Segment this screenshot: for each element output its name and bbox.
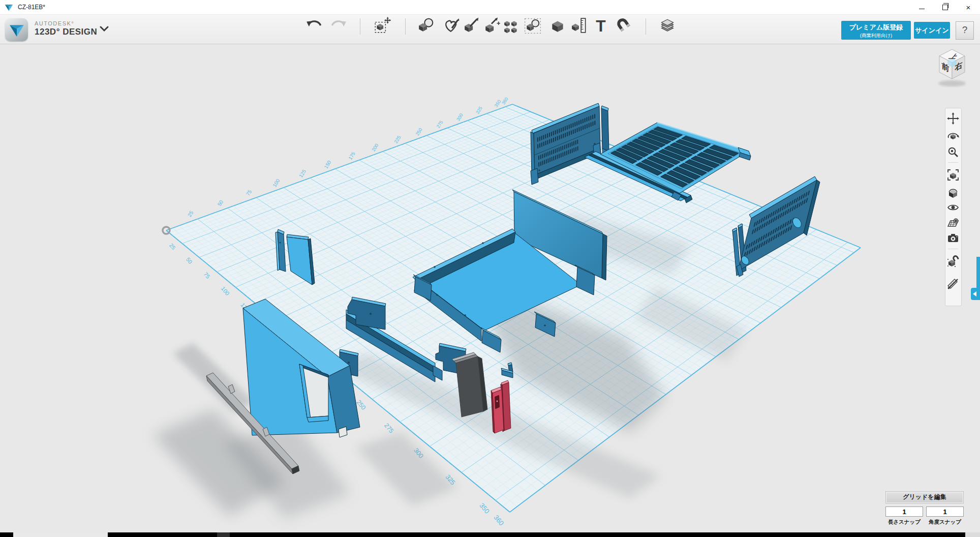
pattern-icon[interactable] <box>503 17 520 34</box>
main-toolbar: AUTODESK° 123D° DESIGN T プレミアム版登録 (商業利用向… <box>0 14 980 44</box>
measure-icon[interactable] <box>571 17 588 34</box>
toolbar-separator <box>405 18 406 35</box>
sign-in-button[interactable]: サインイン <box>914 22 950 39</box>
visibility-icon[interactable] <box>947 201 959 214</box>
snap-settings-icon[interactable] <box>947 255 959 267</box>
close-button[interactable]: × <box>957 0 980 14</box>
screenshot-icon[interactable] <box>947 232 959 244</box>
panel-edge-strip <box>976 257 980 288</box>
length-snap-input[interactable] <box>885 506 923 517</box>
grid-snap-panel: グリッドを編集 長さスナップ 角度スナップ <box>885 491 964 526</box>
premium-register-button[interactable]: プレミアム版登録 (商業利用向け) <box>841 21 911 40</box>
redo-icon[interactable] <box>330 17 347 34</box>
taskbar-tray-segment[interactable] <box>965 532 980 537</box>
viewport-3d[interactable]: 2525505075751001001251251501501751752002… <box>0 0 980 537</box>
group-icon[interactable] <box>524 17 541 34</box>
zoom-icon[interactable] <box>947 146 959 158</box>
length-snap-label: 長さスナップ <box>885 519 923 526</box>
construct-icon[interactable] <box>463 17 480 34</box>
restore-button[interactable] <box>933 0 957 14</box>
os-taskbar[interactable] <box>0 532 980 537</box>
window-title: CZ-81EB* <box>18 4 45 11</box>
restore-icon <box>942 5 948 10</box>
snap-icon[interactable] <box>615 17 632 34</box>
pan-icon[interactable] <box>947 112 959 125</box>
view-cube[interactable]: 上 前 右 <box>931 43 977 90</box>
angle-snap-label: 角度スナップ <box>926 519 964 526</box>
sketch-icon[interactable] <box>443 17 460 34</box>
grid-visibility-icon[interactable] <box>947 217 959 229</box>
measure-tool-icon[interactable] <box>947 277 959 289</box>
taskbar-segment-2[interactable] <box>217 532 230 537</box>
collapse-arrow-icon <box>973 291 976 296</box>
palette-separator <box>948 162 958 163</box>
transform-move-icon[interactable] <box>374 17 391 34</box>
minimize-icon <box>919 9 925 9</box>
brand-block: AUTODESK° 123D° DESIGN <box>5 18 97 41</box>
edit-grid-button[interactable]: グリッドを編集 <box>885 491 964 503</box>
undo-icon[interactable] <box>305 17 323 34</box>
premium-line2: (商業利用向け) <box>841 33 911 39</box>
minimize-button[interactable] <box>910 0 933 14</box>
fit-view-icon[interactable] <box>947 169 959 181</box>
toolbar-separator <box>646 18 646 35</box>
app-menu-chevron-icon[interactable] <box>100 25 110 34</box>
premium-line1: プレミアム版登録 <box>841 23 911 32</box>
layers-icon[interactable] <box>659 17 676 34</box>
toolbar-separator <box>360 18 360 35</box>
brand-product: 123D° DESIGN <box>35 27 97 37</box>
taskbar-window-segment[interactable] <box>13 532 108 537</box>
orbit-icon[interactable] <box>947 130 959 142</box>
panel-collapse-tab[interactable] <box>971 288 980 300</box>
brand-company: AUTODESK° <box>35 20 97 27</box>
palette-separator <box>948 249 958 249</box>
brand-logo-icon <box>5 18 28 41</box>
svg-text:T: T <box>596 17 606 34</box>
combine-icon[interactable] <box>549 17 566 34</box>
text-tool-icon[interactable]: T <box>592 17 609 34</box>
view-tool-palette <box>945 108 962 306</box>
primitives-icon[interactable] <box>417 17 435 34</box>
angle-snap-input[interactable] <box>926 506 964 517</box>
modify-icon[interactable] <box>483 17 501 34</box>
title-bar: CZ-81EB* × <box>0 0 980 15</box>
shade-mode-icon[interactable] <box>947 186 959 198</box>
app-logo-icon <box>5 3 13 12</box>
help-button[interactable]: ? <box>956 21 974 40</box>
